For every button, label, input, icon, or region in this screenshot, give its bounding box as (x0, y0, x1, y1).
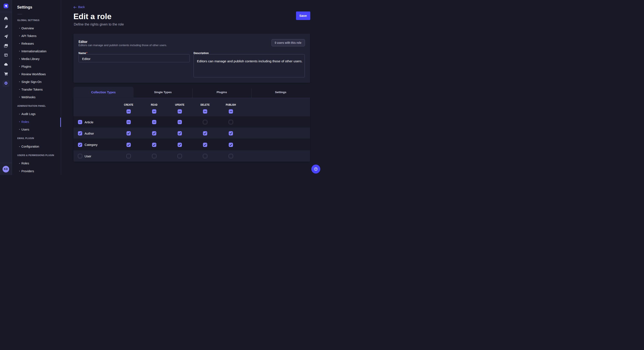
svg-text:?: ? (315, 168, 316, 170)
